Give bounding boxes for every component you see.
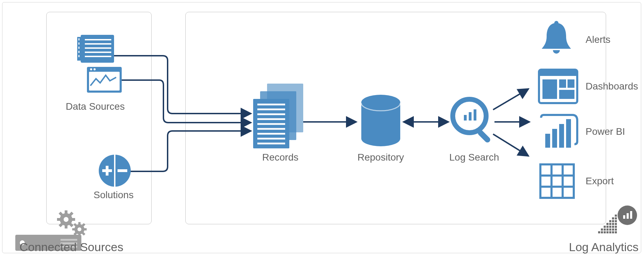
svg-rect-84 [615, 215, 617, 217]
log-analytics-label: Log Analytics [569, 240, 638, 254]
svg-rect-113 [623, 215, 625, 219]
svg-rect-54 [540, 164, 574, 198]
svg-point-73 [64, 217, 69, 222]
svg-rect-86 [615, 217, 617, 219]
export-label: Export [586, 176, 614, 187]
svg-rect-77 [72, 228, 76, 230]
alerts-label: Alerts [586, 34, 611, 45]
svg-rect-111 [615, 231, 617, 233]
data-sources-label: Data Sources [66, 101, 125, 112]
connected-sources-label: Connected Sources [19, 240, 123, 254]
dashboards-icon [539, 70, 577, 103]
svg-rect-68 [71, 218, 75, 221]
svg-rect-76 [78, 233, 80, 237]
svg-rect-114 [627, 213, 629, 219]
solutions-icon [97, 153, 132, 188]
records-icon [250, 84, 306, 150]
svg-rect-39 [464, 115, 467, 121]
repository-icon [358, 95, 403, 147]
alerts-icon [539, 21, 574, 59]
svg-rect-99 [601, 228, 603, 231]
power-bi-label: Power BI [586, 126, 625, 137]
svg-line-2 [493, 89, 529, 110]
svg-rect-94 [604, 226, 606, 228]
repository-label: Repository [357, 152, 404, 163]
svg-point-16 [94, 68, 96, 70]
svg-rect-51 [552, 129, 557, 148]
svg-rect-92 [612, 223, 614, 225]
log-search-icon [449, 97, 497, 149]
svg-rect-53 [566, 119, 571, 148]
svg-rect-107 [604, 231, 606, 233]
export-icon [540, 164, 574, 199]
svg-rect-100 [604, 228, 606, 231]
svg-rect-103 [612, 228, 614, 231]
svg-rect-105 [598, 231, 600, 233]
svg-rect-110 [612, 231, 614, 233]
svg-rect-75 [78, 222, 80, 226]
svg-rect-104 [615, 228, 617, 231]
svg-point-83 [78, 227, 81, 231]
svg-rect-109 [609, 231, 611, 233]
svg-rect-102 [609, 228, 611, 231]
log-analytics-icon [598, 205, 640, 242]
svg-rect-41 [474, 109, 476, 121]
svg-rect-67 [57, 218, 61, 221]
svg-rect-65 [65, 210, 67, 215]
solutions-label: Solutions [94, 189, 134, 201]
svg-point-36 [361, 131, 400, 146]
svg-point-15 [90, 68, 92, 70]
svg-rect-89 [615, 220, 617, 222]
dashboards-label: Dashboards [586, 81, 638, 92]
svg-rect-90 [606, 223, 609, 225]
svg-rect-93 [615, 223, 617, 225]
svg-rect-47 [559, 79, 566, 88]
svg-rect-87 [609, 220, 611, 222]
svg-rect-66 [65, 224, 67, 228]
svg-rect-40 [469, 112, 472, 121]
svg-rect-46 [542, 79, 557, 99]
svg-rect-49 [559, 90, 574, 99]
svg-rect-106 [601, 231, 603, 233]
svg-rect-95 [606, 226, 609, 228]
svg-rect-85 [612, 217, 614, 219]
svg-rect-50 [545, 134, 550, 148]
svg-rect-101 [606, 228, 609, 231]
svg-rect-96 [609, 226, 611, 228]
svg-rect-42 [477, 129, 491, 143]
power-bi-icon [538, 115, 579, 150]
svg-rect-98 [615, 226, 617, 228]
svg-rect-52 [559, 124, 564, 148]
svg-rect-97 [612, 226, 614, 228]
svg-rect-78 [83, 228, 87, 230]
svg-point-43 [554, 21, 558, 25]
svg-rect-48 [567, 79, 574, 88]
svg-rect-108 [606, 231, 609, 233]
log-search-label: Log Search [449, 152, 499, 163]
records-label: Records [262, 152, 298, 163]
svg-rect-45 [539, 70, 577, 76]
data-sources-icon [74, 35, 122, 94]
svg-rect-91 [609, 223, 611, 225]
svg-rect-115 [630, 211, 632, 219]
svg-rect-88 [612, 220, 614, 222]
